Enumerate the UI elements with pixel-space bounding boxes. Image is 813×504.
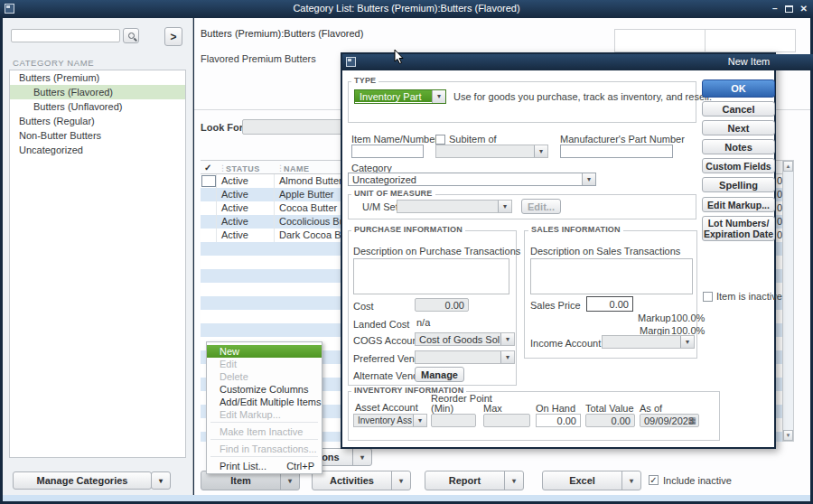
as-of-date-input[interactable]: 09/09/2023 ▦ bbox=[640, 414, 699, 427]
chevron-down-icon: ▾ bbox=[500, 333, 514, 345]
menu-item-make-item-inactive[interactable]: Make Item Inactive bbox=[207, 425, 322, 438]
close-icon[interactable]: ✕ bbox=[800, 3, 808, 15]
chevron-down-icon: ▾ bbox=[498, 201, 511, 212]
chevron-down-icon: ▾ bbox=[582, 173, 595, 185]
minimize-icon[interactable]: – bbox=[772, 3, 778, 15]
sidebar-item-butters-regular[interactable]: Butters (Regular) bbox=[10, 114, 185, 128]
scroll-down-icon[interactable]: ▼ bbox=[783, 430, 793, 441]
income-account-label: Income Account bbox=[530, 338, 601, 349]
edit-markup-button[interactable]: Edit Markup... bbox=[702, 197, 775, 212]
menu-item-customize-columns[interactable]: Customize Columns bbox=[207, 383, 322, 396]
um-set-label: U/M Set bbox=[362, 201, 398, 212]
custom-fields-button[interactable]: Custom Fields bbox=[702, 158, 775, 173]
max-input[interactable] bbox=[483, 414, 530, 427]
mouse-cursor bbox=[394, 49, 405, 67]
as-of-label: As of bbox=[640, 403, 662, 414]
chevron-down-icon: ▾ bbox=[159, 477, 163, 485]
table-scrollbar[interactable]: ▲ ▼ bbox=[782, 160, 794, 442]
category-dropdown[interactable]: Uncategorized ▾ bbox=[348, 173, 596, 186]
on-hand-input[interactable]: 0.00 bbox=[536, 414, 581, 427]
item-inactive-label[interactable]: Item is inactive bbox=[716, 291, 782, 302]
manage-vendor-button[interactable]: Manage bbox=[415, 367, 464, 382]
landed-cost-label: Landed Cost bbox=[353, 319, 409, 330]
chevron-right-icon: > bbox=[170, 31, 176, 43]
notes-button[interactable]: Notes bbox=[702, 139, 775, 154]
chevron-down-icon: ▾ bbox=[353, 449, 371, 465]
cost-input[interactable]: 0.00 bbox=[415, 298, 469, 312]
status-column-header[interactable]: STATUS bbox=[226, 164, 260, 173]
sales-price-input[interactable]: 0.00 bbox=[586, 296, 633, 312]
chevron-down-icon: ▾ bbox=[505, 471, 523, 490]
row-checkbox-cell[interactable] bbox=[201, 175, 216, 187]
report-menu-button[interactable]: Report ▾ bbox=[425, 471, 524, 490]
sidebar-item-butters-premium[interactable]: Butters (Premium) bbox=[10, 70, 185, 85]
max-label: Max bbox=[483, 403, 502, 414]
scroll-up-icon[interactable]: ▲ bbox=[783, 161, 793, 172]
purchase-desc-textarea[interactable] bbox=[353, 258, 509, 294]
menu-item-new[interactable]: New bbox=[207, 345, 322, 358]
category-sidebar: > CATEGORY NAME Butters (Premium) Butter… bbox=[3, 18, 193, 495]
subitem-checkbox[interactable] bbox=[435, 135, 445, 145]
category-search-input[interactable] bbox=[11, 29, 120, 42]
menu-item-edit[interactable]: Edit bbox=[207, 358, 322, 370]
markup-value: 100.0% bbox=[671, 313, 705, 323]
asset-account-label: Asset Account bbox=[355, 402, 418, 413]
item-inactive-checkbox[interactable] bbox=[703, 292, 713, 302]
search-button[interactable] bbox=[123, 28, 139, 43]
lot-numbers-button[interactable]: Lot Numbers/ Expiration Date bbox=[702, 216, 775, 241]
ok-button[interactable]: OK bbox=[702, 79, 775, 98]
cogs-account-dropdown[interactable]: Cost of Goods Sold ▾ bbox=[415, 332, 515, 346]
app-window: Category List: Butters (Premium):Butters… bbox=[0, 0, 813, 504]
item-context-menu: New Edit Delete Customize Columns Add/Ed… bbox=[206, 341, 322, 474]
um-edit-button[interactable]: Edit... bbox=[521, 199, 561, 214]
subitem-label[interactable]: Subitem of bbox=[449, 134, 497, 145]
name-column-header[interactable]: NAME bbox=[284, 164, 310, 173]
dialog-title: New Item bbox=[342, 56, 813, 67]
calendar-icon[interactable]: ▦ bbox=[688, 415, 696, 425]
income-account-dropdown[interactable]: ▾ bbox=[602, 335, 695, 349]
subitem-dropdown[interactable]: ▾ bbox=[435, 145, 548, 158]
mpn-input[interactable] bbox=[560, 145, 673, 158]
sidebar-item-non-butter-butters[interactable]: Non-Butter Butters bbox=[10, 128, 185, 143]
total-value-label: Total Value bbox=[585, 403, 634, 414]
sidebar-item-uncategorized[interactable]: Uncategorized bbox=[10, 143, 185, 157]
preferred-vendor-dropdown[interactable]: ▾ bbox=[415, 350, 515, 364]
purchase-desc-label: Description on Purchase Transactions bbox=[353, 246, 520, 257]
sidebar-item-butters-flavored[interactable]: Butters (Flavored) bbox=[10, 85, 185, 99]
sidebar-item-butters-unflavored[interactable]: Butters (Unflavored) bbox=[10, 99, 185, 114]
total-value-input[interactable]: 0.00 bbox=[585, 414, 635, 427]
um-set-dropdown[interactable]: ▾ bbox=[397, 200, 512, 213]
include-inactive-label[interactable]: Include inactive bbox=[663, 475, 732, 486]
sales-section-label: SALES INFORMATION bbox=[528, 225, 623, 234]
cost-label: Cost bbox=[353, 301, 374, 312]
asset-account-dropdown[interactable]: Inventory Asset ▾ bbox=[353, 414, 427, 427]
menu-item-add-edit-multiple[interactable]: Add/Edit Multiple Items bbox=[207, 396, 322, 408]
menu-item-delete[interactable]: Delete bbox=[207, 370, 322, 383]
next-button[interactable]: Next bbox=[702, 120, 775, 135]
mpn-label: Manufacturer's Part Number bbox=[560, 134, 685, 145]
menu-item-find-in-transactions[interactable]: Find in Transactions... bbox=[207, 443, 322, 455]
reorder-point-input[interactable] bbox=[431, 414, 476, 427]
category-subtitle: Flavored Premium Butters bbox=[201, 53, 316, 64]
manage-categories-button[interactable]: Manage Categories bbox=[13, 471, 152, 490]
sales-desc-textarea[interactable] bbox=[530, 258, 693, 294]
maximize-icon[interactable] bbox=[785, 5, 793, 13]
cancel-button[interactable]: Cancel bbox=[702, 101, 775, 117]
spelling-button[interactable]: Spelling bbox=[702, 177, 775, 192]
include-inactive-checkbox[interactable]: ✓ bbox=[649, 475, 659, 485]
item-name-input[interactable] bbox=[351, 145, 424, 158]
sales-price-label: Sales Price bbox=[530, 300, 581, 311]
menu-item-edit-markup[interactable]: Edit Markup... bbox=[207, 408, 322, 421]
menu-item-print-list[interactable]: Print List... Ctrl+P bbox=[207, 460, 322, 472]
sales-desc-label: Description on Sales Transactions bbox=[530, 246, 680, 257]
type-section-label: TYPE bbox=[351, 76, 378, 85]
check-column-header[interactable]: ✓ bbox=[204, 163, 212, 173]
collapse-panel-button[interactable]: > bbox=[164, 27, 182, 46]
category-list: Butters (Premium) Butters (Flavored) But… bbox=[9, 70, 186, 458]
type-dropdown[interactable]: Inventory Part ▾ bbox=[354, 89, 446, 104]
excel-menu-button[interactable]: Excel ▾ bbox=[542, 471, 641, 490]
activities-menu-button[interactable]: Activities ▾ bbox=[312, 471, 411, 490]
item-name-label: Item Name/Number bbox=[351, 134, 438, 145]
chevron-down-icon: ▾ bbox=[534, 145, 547, 157]
manage-categories-dropdown-button[interactable]: ▾ bbox=[151, 471, 171, 490]
